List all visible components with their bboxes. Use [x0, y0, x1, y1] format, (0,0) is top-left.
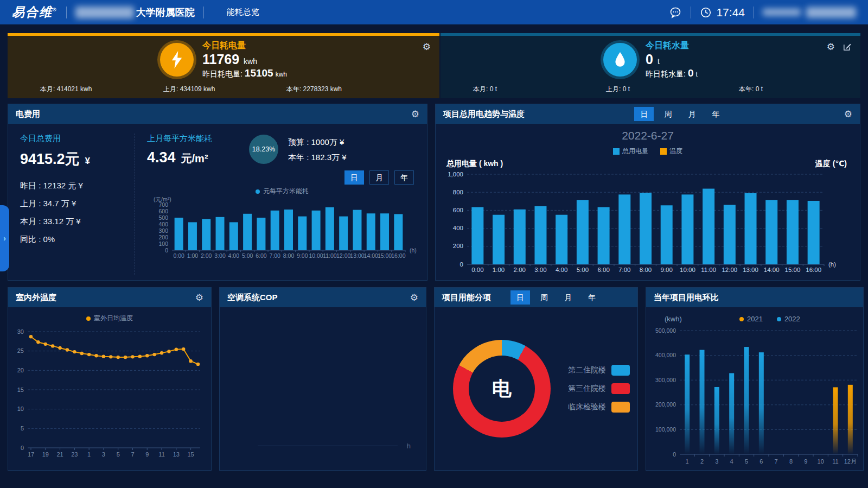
panel-title: 空调系统COP — [227, 293, 278, 303]
svg-text:1:00: 1:00 — [493, 267, 505, 273]
water-period-stats: 本月: 0 t 上月: 0 t 本年: 0 t — [441, 85, 860, 94]
panel-title: 电费用 — [16, 109, 40, 119]
cost-row: 本月 : 33.12 万 ¥ — [20, 212, 129, 230]
tab-week[interactable]: 周 — [658, 107, 678, 121]
trend-legend: 总用电量 温度 — [436, 147, 860, 156]
tab-day[interactable]: 日 — [634, 107, 654, 121]
divider — [754, 7, 754, 18]
tab-month[interactable]: 月 — [682, 107, 701, 121]
tab-month[interactable]: 月 — [369, 170, 389, 185]
svg-text:7: 7 — [131, 451, 134, 458]
today-water-value: 0t — [646, 52, 698, 67]
breakdown-legend: 第二住院楼 第三住院楼 临床检验楼 — [568, 365, 630, 413]
message-icon[interactable] — [669, 6, 682, 19]
sqm-energy-block: 上月每平方米能耗 4.34元/m² — [147, 134, 239, 166]
panel-title: 室内外温度 — [16, 293, 56, 303]
today-cost-label: 今日总费用 — [20, 134, 129, 144]
sidebar-expander[interactable]: › — [0, 205, 9, 271]
dashboard-content: ⚙ 今日耗电量 11769kwh 昨日耗电量:15105kwh 本月: 414 — [0, 24, 868, 471]
svg-text:10: 10 — [818, 458, 824, 465]
svg-text:21: 21 — [56, 451, 63, 458]
svg-text:5:00: 5:00 — [242, 252, 253, 259]
legend-dot-2021 — [739, 317, 744, 321]
svg-text:800: 800 — [453, 189, 463, 195]
svg-text:9: 9 — [804, 458, 807, 465]
tab-year[interactable]: 年 — [582, 290, 602, 305]
svg-text:0: 0 — [165, 247, 168, 253]
stat-year: 本年: 0 t — [739, 85, 763, 94]
panel-ac-cop: 空调系统COP ⚙ h — [219, 287, 426, 471]
mom-bar-chart: 0100,000200,000300,000400,000500,0001234… — [646, 323, 863, 476]
svg-text:4: 4 — [730, 458, 733, 465]
right-axis-label: 温度 (℃) — [815, 159, 847, 169]
gear-icon[interactable]: ⚙ — [827, 42, 835, 54]
svg-text:16:00: 16:00 — [806, 267, 821, 273]
svg-text:(元/m²): (元/m²) — [154, 196, 171, 202]
svg-text:9:00: 9:00 — [661, 267, 673, 273]
tab-month[interactable]: 月 — [558, 290, 578, 305]
gear-icon[interactable]: ⚙ — [195, 293, 203, 302]
top-navbar: 易合维® 大学附属医院 能耗总览 17:44 — [0, 0, 868, 24]
svg-text:0: 0 — [21, 445, 24, 451]
panel-title: 当年项目用电环比 — [654, 293, 719, 303]
temperature-legend: 室外日均温度 — [8, 307, 211, 323]
svg-text:(h): (h) — [828, 261, 836, 268]
tab-week[interactable]: 周 — [534, 290, 554, 305]
brand-logo-text: 易合维 — [12, 5, 53, 19]
card-title: 今日耗水量 — [646, 40, 698, 52]
svg-text:5: 5 — [117, 451, 120, 458]
legend-swatch — [611, 402, 630, 413]
legend-square-usage — [613, 148, 620, 155]
svg-text:1: 1 — [686, 458, 689, 465]
water-drop-icon — [603, 43, 637, 77]
clock-icon — [700, 7, 712, 18]
edit-icon[interactable] — [843, 42, 852, 54]
middle-row: 电费用 ⚙ 今日总费用 9415.2元¥ 昨日 : 12132 元 ¥ 上月 :… — [8, 104, 860, 281]
svg-text:12月: 12月 — [844, 458, 857, 465]
cost-bar-chart: 01002003004005006007000:001:002:003:004:… — [147, 196, 417, 268]
tab-year[interactable]: 年 — [706, 107, 725, 121]
svg-text:13: 13 — [173, 451, 180, 458]
svg-text:8: 8 — [789, 458, 793, 465]
stat-year: 本年: 2278323 kwh — [286, 85, 342, 94]
nav-energy-overview[interactable]: 能耗总览 — [227, 7, 259, 17]
legend-swatch — [611, 383, 630, 394]
svg-text:9:00: 9:00 — [297, 252, 308, 259]
svg-text:13:00: 13:00 — [350, 252, 364, 259]
tab-day[interactable]: 日 — [510, 290, 530, 305]
gear-icon[interactable]: ⚙ — [410, 293, 418, 302]
tab-year[interactable]: 年 — [394, 170, 414, 185]
gear-icon[interactable]: ⚙ — [844, 110, 852, 119]
svg-text:200,000: 200,000 — [655, 401, 676, 408]
brand-logo[interactable]: 易合维® — [12, 4, 58, 21]
panel-usage-trend-temperature: 项目总用电趋势与温度 日 周 月 年 ⚙ 2022-6-27 总用电量 温度 总… — [435, 104, 860, 281]
svg-text:13:00: 13:00 — [743, 267, 758, 273]
legend-square-temp — [660, 148, 667, 155]
svg-text:11:00: 11:00 — [323, 252, 337, 259]
stat-last-month: 上月: 434109 kwh — [163, 85, 215, 94]
svg-text:15: 15 — [17, 386, 24, 393]
x-unit-label: h — [407, 442, 411, 450]
stat-last-month: 上月: 0 t — [606, 85, 630, 94]
card-title: 今日耗电量 — [202, 40, 287, 52]
user-account-redacted[interactable] — [763, 7, 856, 18]
bottom-row: 室内外温度 ⚙ 室外日均温度 0510152025301719212313579… — [8, 287, 860, 471]
cost-chart-legend: 元每平方米能耗 — [147, 187, 417, 196]
svg-text:600: 600 — [158, 208, 168, 214]
gear-icon[interactable]: ⚙ — [411, 110, 419, 119]
panel-indoor-outdoor-temperature: 室内外温度 ⚙ 室外日均温度 0510152025301719212313579… — [8, 287, 212, 471]
svg-text:300: 300 — [158, 227, 168, 234]
legend-dot-2022 — [777, 317, 781, 321]
svg-text:9: 9 — [145, 451, 149, 458]
svg-text:100: 100 — [158, 240, 168, 247]
svg-text:0:00: 0:00 — [173, 252, 184, 259]
today-electricity-value: 11769kwh — [202, 52, 287, 67]
mom-legend: 2021 2022 — [739, 315, 800, 323]
stat-month: 本月: 414021 kwh — [40, 85, 92, 94]
svg-text:4:00: 4:00 — [228, 252, 240, 259]
gear-icon[interactable]: ⚙ — [423, 42, 431, 52]
svg-text:(h): (h) — [410, 247, 417, 253]
svg-text:1:00: 1:00 — [187, 252, 199, 259]
tab-day[interactable]: 日 — [344, 170, 364, 185]
svg-text:16:00: 16:00 — [391, 252, 405, 259]
